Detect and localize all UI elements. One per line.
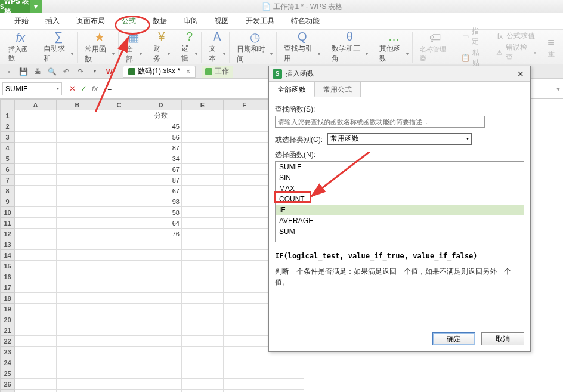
cell-B17[interactable] — [57, 282, 98, 293]
cell-D1[interactable]: 分数 — [140, 110, 182, 121]
function-listbox[interactable]: SUMIFSINMAXCOUNTIFAVERAGESUM — [275, 161, 524, 242]
cell-F7[interactable] — [224, 175, 265, 186]
cell-C21[interactable] — [98, 325, 140, 336]
cell-C8[interactable] — [98, 186, 140, 196]
cell-D3[interactable]: 56 — [140, 132, 182, 143]
row-header-8[interactable]: 8 — [1, 186, 15, 196]
cell-B6[interactable] — [57, 164, 98, 175]
chevron-down-icon[interactable]: ▾ — [57, 86, 59, 91]
column-header-E[interactable]: E — [182, 100, 224, 110]
cell-E8[interactable] — [182, 186, 224, 196]
cell-A4[interactable] — [15, 143, 57, 153]
cancel-formula-icon[interactable]: ✕ — [69, 84, 76, 93]
function-item-COUNT[interactable]: COUNT — [276, 194, 524, 205]
cell-F4[interactable] — [224, 143, 265, 153]
fx-icon[interactable]: fx — [92, 84, 98, 93]
cell-D20[interactable] — [140, 314, 182, 325]
cell-F19[interactable] — [224, 304, 265, 314]
cancel-button[interactable]: 取消 — [481, 332, 524, 345]
close-icon[interactable]: × — [186, 67, 190, 76]
cell-B22[interactable] — [57, 336, 98, 347]
finance-button[interactable]: ¥财务▾ — [150, 32, 174, 63]
new-icon[interactable]: ▫ — [4, 66, 14, 77]
cell-A2[interactable] — [15, 121, 57, 132]
cell-E7[interactable] — [182, 175, 224, 186]
cell-E23[interactable] — [182, 347, 224, 357]
cell-A21[interactable] — [15, 325, 57, 336]
cell-E1[interactable] — [182, 110, 224, 121]
cell-E24[interactable] — [182, 357, 224, 368]
cell-F2[interactable] — [224, 121, 265, 132]
text-button[interactable]: A文本▾ — [205, 32, 230, 63]
row-header-10[interactable]: 10 — [1, 207, 15, 218]
row-header-24[interactable]: 24 — [1, 357, 15, 368]
undo-icon[interactable]: ↶ — [61, 66, 72, 77]
cell-C9[interactable] — [98, 196, 140, 207]
cell-C5[interactable] — [98, 153, 140, 164]
cell-M26[interactable] — [265, 379, 304, 390]
autosum-button[interactable]: ∑自动求和▾ — [40, 32, 78, 63]
cell-C16[interactable] — [98, 271, 140, 282]
cell-D7[interactable]: 87 — [140, 175, 182, 186]
document-tab-active[interactable]: 数码(1).xlsx * × — [123, 66, 196, 78]
redo-icon[interactable]: ↷ — [75, 66, 86, 77]
row-header-14[interactable]: 14 — [1, 250, 15, 261]
cell-A3[interactable] — [15, 132, 57, 143]
expand-formula-bar-icon[interactable]: ▾ — [553, 85, 563, 93]
cell-D24[interactable] — [140, 357, 182, 368]
cell-C2[interactable] — [98, 121, 140, 132]
cell-M24[interactable] — [265, 357, 304, 368]
cell-C23[interactable] — [98, 347, 140, 357]
other-functions-button[interactable]: …其他函数▾ — [376, 32, 413, 63]
cell-E10[interactable] — [182, 207, 224, 218]
cell-C4[interactable] — [98, 143, 140, 153]
cell-A27[interactable] — [15, 390, 57, 393]
cell-E13[interactable] — [182, 239, 224, 250]
cell-B16[interactable] — [57, 271, 98, 282]
cell-E25[interactable] — [182, 368, 224, 379]
function-item-SIN[interactable]: SIN — [276, 172, 524, 183]
cell-D12[interactable]: 76 — [140, 229, 182, 239]
cell-F23[interactable] — [224, 347, 265, 357]
cell-B11[interactable] — [57, 218, 98, 229]
cell-B1[interactable] — [57, 110, 98, 121]
cell-D15[interactable] — [140, 261, 182, 271]
cell-A6[interactable] — [15, 164, 57, 175]
cell-F8[interactable] — [224, 186, 265, 196]
row-header-23[interactable]: 23 — [1, 347, 15, 357]
row-header-1[interactable]: 1 — [1, 110, 15, 121]
cell-B13[interactable] — [57, 239, 98, 250]
cell-E20[interactable] — [182, 314, 224, 325]
cell-E21[interactable] — [182, 325, 224, 336]
cell-E3[interactable] — [182, 132, 224, 143]
qat-dropdown[interactable]: ▾ — [89, 66, 100, 77]
function-item-SUM[interactable]: SUM — [276, 226, 524, 237]
name-box[interactable]: SUMIF ▾ — [2, 82, 62, 95]
cell-D27[interactable] — [140, 390, 182, 393]
row-header-15[interactable]: 15 — [1, 261, 15, 271]
row-header-25[interactable]: 25 — [1, 368, 15, 379]
math-button[interactable]: θ数学和三角▾ — [328, 32, 372, 63]
cell-A24[interactable] — [15, 357, 57, 368]
cell-C1[interactable] — [98, 110, 140, 121]
cell-F14[interactable] — [224, 250, 265, 261]
cell-F15[interactable] — [224, 261, 265, 271]
all-functions-button[interactable]: ▦全部▾ — [122, 32, 147, 63]
column-header-C[interactable]: C — [98, 100, 140, 110]
save-icon[interactable]: 💾 — [18, 66, 29, 77]
cell-A14[interactable] — [15, 250, 57, 261]
cell-E22[interactable] — [182, 336, 224, 347]
cell-A18[interactable] — [15, 293, 57, 304]
cell-E6[interactable] — [182, 164, 224, 175]
cell-C11[interactable] — [98, 218, 140, 229]
cell-D2[interactable]: 45 — [140, 121, 182, 132]
column-header-F[interactable]: F — [224, 100, 265, 110]
cell-B15[interactable] — [57, 261, 98, 271]
function-item-AVERAGE[interactable]: AVERAGE — [276, 215, 524, 226]
insert-function-button[interactable]: fx插入函数 — [5, 32, 36, 63]
cell-D23[interactable] — [140, 347, 182, 357]
cell-D17[interactable] — [140, 282, 182, 293]
cell-A5[interactable] — [15, 153, 57, 164]
row-header-19[interactable]: 19 — [1, 304, 15, 314]
cell-C10[interactable] — [98, 207, 140, 218]
